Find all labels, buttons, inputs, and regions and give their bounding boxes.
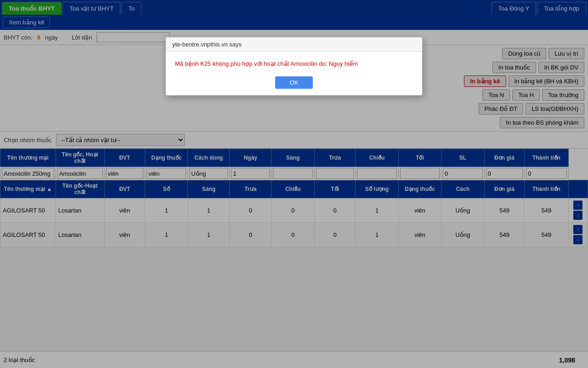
dialog-body: Mã bệnh K25 không phù hợp với hoạt chất … — [166, 52, 422, 95]
dialog-ok-button[interactable]: OK — [275, 76, 313, 89]
dialog-title: yte-bentre.vnpthis.vn says — [166, 37, 422, 52]
dialog-overlay: yte-bentre.vnpthis.vn says Mã bệnh K25 k… — [0, 0, 588, 368]
dialog-message: Mã bệnh K25 không phù hợp với hoạt chất … — [175, 60, 413, 67]
dialog-box: yte-bentre.vnpthis.vn says Mã bệnh K25 k… — [165, 37, 423, 96]
dialog-ok-row: OK — [175, 76, 413, 89]
